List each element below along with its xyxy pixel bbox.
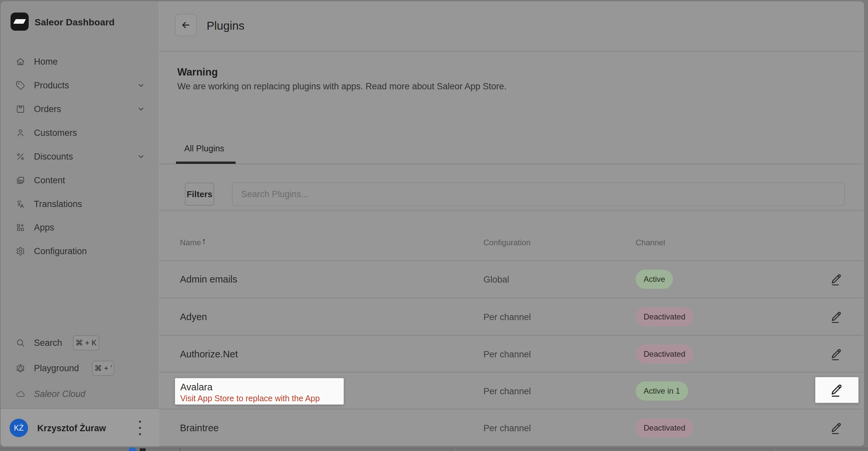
playground-shortcut-badge: ⌘ + ': [92, 361, 114, 376]
tag-icon: [16, 81, 25, 90]
clipped-text-fragment: [140, 448, 146, 451]
sidebar-item-orders[interactable]: Orders: [8, 97, 153, 121]
content-icon: [16, 176, 25, 185]
sidebar-item-apps[interactable]: Apps: [8, 216, 153, 239]
app-store-replace-link[interactable]: Visit App Store to replace with the App: [180, 393, 344, 403]
table-row-authorize-net[interactable]: Authorize.Net Per channel Deactivated: [159, 335, 863, 372]
sidebar-item-label: Content: [34, 175, 65, 186]
status-badge: Active in 1: [636, 382, 688, 400]
sidebar-item-home[interactable]: Home: [8, 50, 153, 73]
sidebar-item-playground[interactable]: Playground: [8, 356, 153, 380]
plugin-name: Admin emails: [180, 274, 237, 285]
sidebar-item-label: Configuration: [34, 246, 87, 257]
edit-plugin-button[interactable]: [825, 268, 848, 291]
clipped-separator: [774, 448, 775, 451]
filters-button[interactable]: Filters: [185, 183, 214, 206]
sidebar-item-products[interactable]: Products: [8, 73, 153, 97]
column-header-channel: Channel: [636, 238, 665, 247]
sidebar-item-content[interactable]: Content: [8, 169, 153, 192]
sort-ascending-icon[interactable]: ↑: [202, 236, 206, 246]
arrow-left-icon: [181, 20, 191, 30]
clipped-separator: [455, 448, 456, 451]
sidebar-item-label: Translations: [34, 199, 82, 209]
apps-grid-icon: [16, 223, 25, 232]
person-icon: [16, 128, 25, 138]
plugin-configuration: Per channel: [484, 386, 531, 397]
edit-plugin-button[interactable]: [825, 416, 848, 440]
sidebar-item-discounts[interactable]: Discounts: [8, 145, 153, 169]
sidebar-item-configuration[interactable]: Configuration: [8, 239, 153, 263]
sidebar-item-label: Orders: [34, 104, 61, 114]
page-title: Plugins: [207, 19, 245, 32]
clipped-separator: [180, 448, 181, 451]
table-row-braintree[interactable]: Braintree Per channel Deactivated: [159, 409, 863, 446]
sidebar-item-label: Discounts: [34, 152, 73, 162]
sidebar-item-translations[interactable]: Translations: [8, 192, 153, 216]
avalara-edit-spotlight[interactable]: [815, 377, 859, 403]
saleor-logo-glyph: [13, 19, 26, 24]
avatar[interactable]: KŻ: [9, 419, 28, 437]
status-badge: Deactivated: [636, 344, 693, 364]
graphql-playground-icon: [16, 364, 25, 373]
sidebar-item-label: Home: [34, 57, 58, 67]
sidebar-item-label: Saleor Cloud: [34, 389, 85, 399]
search-plugins-input[interactable]: [241, 189, 801, 200]
warning-message: We are working on replacing plugins with…: [177, 82, 506, 92]
home-icon: [16, 57, 25, 66]
user-name: Krzysztof Żuraw: [37, 423, 106, 433]
status-badge: Deactivated: [636, 307, 693, 326]
plugin-name: Braintree: [180, 423, 219, 433]
sidebar-item-label: Products: [34, 81, 69, 91]
saleor-logo: [10, 12, 29, 31]
user-menu-button[interactable]: [136, 421, 144, 435]
plugin-name: Adyen: [180, 311, 207, 323]
column-header-name[interactable]: Name: [180, 238, 201, 247]
sidebar-item-label: Search: [34, 338, 62, 348]
clipped-browser-icon: [128, 447, 136, 451]
search-plugins-box: [232, 182, 845, 206]
search-icon: [16, 338, 25, 348]
table-row-admin-emails[interactable]: Admin emails Global Active: [159, 261, 863, 298]
chevron-down-icon[interactable]: [137, 82, 145, 89]
sidebar-item-label: Customers: [34, 128, 77, 138]
plugin-name: Avalara: [180, 381, 344, 393]
cloud-icon: [16, 389, 25, 398]
column-header-configuration: Configuration: [484, 238, 531, 247]
sidebar-item-customers[interactable]: Customers: [8, 121, 153, 145]
orders-box-icon: [16, 104, 25, 114]
plugins-page: { "brand": { "title": "Saleor Dashboard"…: [0, 0, 868, 451]
plugin-name: Authorize.Net: [180, 349, 238, 360]
edit-plugin-button[interactable]: [825, 342, 848, 366]
pencil-icon: [830, 383, 844, 398]
plugin-configuration: Per channel: [484, 312, 531, 323]
filters-button-label: Filters: [187, 189, 212, 200]
sidebar-item-label: Playground: [34, 363, 79, 373]
translate-icon: [16, 200, 25, 209]
search-shortcut-badge: ⌘ + K: [73, 335, 99, 351]
chevron-down-icon[interactable]: [137, 105, 145, 113]
sidebar-item-saleor-cloud[interactable]: Saleor Cloud: [8, 382, 153, 406]
table-top-divider: [159, 210, 863, 211]
edit-plugin-button[interactable]: [825, 305, 848, 328]
gear-icon: [16, 247, 25, 256]
plugin-configuration: Global: [484, 275, 509, 285]
tab-all-plugins[interactable]: All Plugins: [184, 143, 224, 154]
sidebar-item-label: Apps: [34, 222, 54, 233]
sidebar-user-divider: [1, 408, 159, 409]
chevron-down-icon[interactable]: [137, 153, 145, 160]
status-badge: Deactivated: [636, 418, 693, 438]
warning-title: Warning: [177, 66, 218, 78]
plugin-configuration: Per channel: [484, 350, 531, 360]
tab-row-divider: [159, 163, 863, 164]
back-button[interactable]: [175, 14, 197, 36]
plugin-configuration: Per channel: [484, 423, 531, 433]
row-divider: [159, 446, 863, 446]
brand-title: Saleor Dashboard: [35, 17, 115, 28]
status-badge: Active: [636, 270, 673, 289]
percent-icon: [16, 152, 25, 161]
table-row-adyen[interactable]: Adyen Per channel Deactivated: [159, 298, 863, 335]
header-divider: [159, 51, 863, 52]
avalara-spotlight[interactable]: Avalara Visit App Store to replace with …: [175, 378, 344, 404]
